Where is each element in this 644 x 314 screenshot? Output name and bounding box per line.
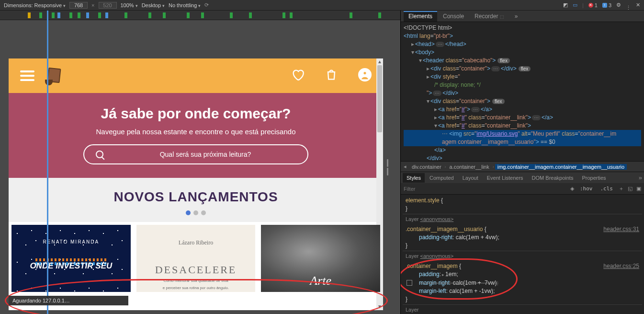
subtab-event-listeners[interactable]: Event Listeners [483, 173, 527, 183]
carousel-dots[interactable] [9, 210, 383, 215]
source-link[interactable]: header.css:25 [603, 262, 639, 270]
site-header [9, 58, 383, 93]
crumb[interactable]: img.container__imagem.container__imagem_… [495, 164, 627, 170]
rotate-icon[interactable]: ⟳ [204, 2, 209, 8]
device-mode-icon[interactable]: ▭ [573, 2, 577, 8]
height-input[interactable] [99, 2, 117, 9]
book-cards-row: RENATO MIRANDA ONDE INVESTIR SEU Lázaro … [9, 225, 383, 292]
responsive-toolbar: Dimensions: Responsive × 100% Desktop No… [0, 0, 644, 11]
breakpoint-ruler[interactable] [0, 11, 400, 20]
close-icon[interactable]: ✕ [636, 2, 640, 8]
inspect-icon[interactable]: ◩ [563, 2, 568, 8]
hero-banner: Já sabe por onde começar? Navegue pela n… [9, 93, 383, 178]
width-input[interactable] [69, 2, 88, 9]
status-bar: Aguardando 127.0.0.1… [9, 296, 128, 305]
new-style-icon[interactable]: ＋ [619, 185, 624, 192]
tab-recorder[interactable]: Recorder ⬚ [470, 11, 509, 22]
tabs-overflow[interactable]: » [510, 11, 523, 22]
styles-pane[interactable]: element.style { } Layer <anonymous> head… [401, 195, 644, 314]
device-viewport-pane: ▲▼ [0, 11, 400, 314]
source-link[interactable]: header.css:31 [603, 225, 639, 233]
subtabs-overflow[interactable]: » [639, 174, 642, 181]
user-icon[interactable] [358, 68, 372, 83]
subtab-styles[interactable]: Styles [403, 173, 425, 183]
style-checkbox[interactable] [407, 280, 412, 286]
settings-icon[interactable]: ⚙ [616, 2, 621, 8]
sidebar-toggle-icon[interactable]: ▣ [636, 186, 641, 192]
book-title: ONDE INVESTIR SEU [30, 261, 112, 271]
dimension-separator: × [91, 2, 94, 8]
cls-toggle[interactable]: .cls [599, 185, 615, 193]
error-badge[interactable]: ✕1 [588, 2, 598, 8]
hov-toggle[interactable]: :hov [578, 185, 595, 193]
book-card[interactable]: RENATO MIRANDA ONDE INVESTIR SEU [11, 225, 131, 292]
styles-subtabs: Styles Computed Layout Event Listeners D… [401, 172, 644, 183]
crumb[interactable]: div.container [409, 164, 444, 170]
issues-badge[interactable]: !3 [602, 2, 611, 8]
bag-icon[interactable] [325, 68, 338, 83]
search-placeholder: Qual será sua próxima leitura? [115, 151, 296, 158]
hamburger-icon[interactable] [20, 70, 34, 81]
zoom-dropdown[interactable]: 100% [121, 2, 138, 8]
styles-filter-row: ◈ :hov .cls ＋ ◱ ▣ [401, 183, 644, 195]
book-card[interactable]: Arte [261, 225, 380, 292]
search-icon [96, 151, 103, 158]
subtab-computed[interactable]: Computed [426, 173, 458, 183]
layer-link[interactable]: <anonymous> [420, 253, 454, 259]
book-title: Arte [310, 274, 331, 288]
subtab-properties[interactable]: Properties [578, 173, 610, 183]
svg-point-1 [363, 71, 366, 75]
pane-resize-handle[interactable] [387, 159, 388, 175]
breakpoint-indicator [47, 11, 48, 314]
dom-breadcrumbs[interactable]: ◂ div.container › a.container__link › im… [401, 161, 644, 172]
crumb[interactable]: a.container__link [447, 164, 492, 170]
layer-link[interactable]: <anonymous> [420, 216, 454, 222]
throttling-dropdown[interactable]: No throttling [169, 2, 201, 8]
search-field[interactable]: Qual será sua próxima leitura? [83, 144, 308, 164]
releases-section: NOVOS LANÇAMENTOS [9, 178, 383, 222]
book-subtitle: Como melhorar sua qualidade de vida [163, 278, 228, 283]
devtools-tabs: Elements Console Recorder ⬚ » [401, 11, 644, 22]
subtab-dom-breakpoints[interactable]: DOM Breakpoints [528, 173, 577, 183]
dom-tree[interactable]: <!DOCTYPE html> <html lang="pt-br"> ▸<he… [401, 22, 644, 161]
book-title: DESACELERE [155, 264, 237, 276]
dimensions-dropdown[interactable]: Dimensions: Responsive [4, 2, 66, 8]
hero-subtitle: Navegue pela nossa estante e encontre o … [18, 128, 373, 136]
book-subtitle: e perceber sua rotina por outro ângulo. [163, 285, 229, 291]
emulated-viewport[interactable]: ▲▼ [9, 58, 383, 310]
device-type-dropdown[interactable]: Desktop [142, 2, 165, 8]
book-author: RENATO MIRANDA [43, 239, 100, 244]
tab-elements[interactable]: Elements [404, 11, 437, 22]
book-author: Lázaro Ribeiro [179, 239, 213, 246]
devtools-panel: Elements Console Recorder ⬚ » <!DOCTYPE … [400, 11, 644, 314]
layers-icon[interactable]: ◈ [570, 186, 574, 192]
tab-console[interactable]: Console [438, 11, 469, 22]
computed-toggle-icon[interactable]: ◱ [628, 186, 633, 192]
book-card[interactable]: Lázaro Ribeiro DESACELERE Como melhorar … [136, 225, 256, 292]
subtab-layout[interactable]: Layout [459, 173, 482, 183]
section-title: NOVOS LANÇAMENTOS [9, 189, 383, 205]
favorites-icon[interactable] [291, 68, 305, 83]
hero-title: Já sabe por onde começar? [18, 105, 373, 122]
styles-filter-input[interactable] [404, 186, 538, 192]
